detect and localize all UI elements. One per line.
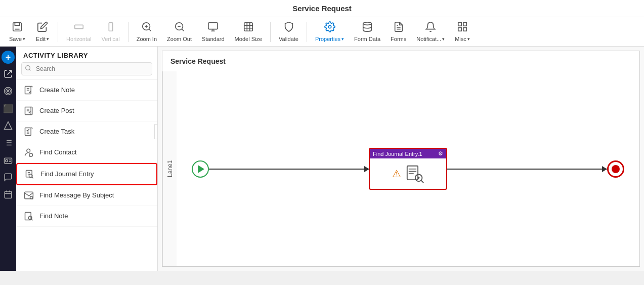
toolbar-validate[interactable]: Validate [275,19,303,44]
zoom-out-label: Zoom Out [167,36,192,42]
misc-icon [457,21,468,35]
save-icon [12,21,23,35]
vertical-icon [105,21,116,35]
sidebar-collapse-button[interactable]: ‹ [154,124,157,139]
activity-node[interactable]: Find Journal Entry.1 ⚙ ⚠ [369,148,447,190]
svg-point-34 [6,159,8,162]
toolbar-misc[interactable]: Misc ▾ [451,19,474,44]
svg-rect-19 [463,23,466,26]
toolbar-save[interactable]: Save ▾ [5,19,29,44]
rail-add[interactable]: + [2,51,15,64]
model-size-icon [243,21,254,35]
svg-line-60 [32,177,33,179]
svg-rect-0 [13,23,22,31]
horizontal-icon [73,21,84,35]
title-bar: Service Request [0,0,644,17]
zoom-out-icon [174,21,185,35]
sidebar-item-find-note[interactable]: Find Note [16,206,157,227]
save-chevron: ▾ [23,36,25,42]
toolbar-sep-4 [307,22,307,42]
toolbar-zoom-in[interactable]: Zoom In [133,19,161,44]
sidebar-header: Activity Library [16,47,157,62]
sidebar-item-create-task[interactable]: Create Task ‹ [16,121,157,142]
create-task-icon [23,126,34,137]
validate-label: Validate [279,36,298,42]
canvas-label: Service Request [170,57,226,65]
svg-rect-1 [75,25,83,28]
forms-icon [393,21,404,35]
end-node[interactable] [607,160,624,178]
toolbar-forms[interactable]: Forms [387,19,410,44]
misc-chevron: ▾ [467,36,470,42]
svg-rect-18 [458,23,461,26]
toolbar-notifications[interactable]: Notificat... ▾ [412,19,449,44]
rail-office[interactable]: ⬛ [1,101,15,115]
page-title: Service Request [292,4,352,13]
rail-drive[interactable] [1,118,15,133]
lane: Lane1 Find Journal Entry.1 ⚙ [162,71,639,266]
canvas-inner: Service Request Lane1 Find Journal Entr [162,51,640,267]
sidebar-item-find-contact[interactable]: Find Contact [16,142,157,163]
settings-icon[interactable]: ⚙ [438,150,443,157]
sidebar-search-container [21,62,152,75]
find-note-icon [23,211,34,222]
flow-arrow-2 [447,169,607,170]
rail-calendar[interactable] [1,187,15,201]
sidebar-search-icon [25,65,31,73]
toolbar-form-data[interactable]: Form Data [350,19,384,44]
activity-node-header: Find Journal Entry.1 ⚙ [370,149,446,158]
svg-rect-68 [407,166,417,180]
notifications-label: Notificat... [416,36,441,42]
create-post-label: Create Post [39,107,74,115]
rail-exchange[interactable] [1,67,15,81]
svg-line-8 [182,29,184,31]
forms-label: Forms [391,36,406,42]
create-post-icon [23,105,34,116]
rail-chat[interactable] [1,170,15,184]
rail-target[interactable] [1,84,15,98]
create-task-label: Create Task [39,128,74,136]
lane-label: Lane1 [162,71,177,266]
sidebar: Activity Library Create Note [16,47,158,271]
svg-rect-13 [244,23,253,31]
svg-line-67 [31,219,33,221]
toolbar-sep-1 [58,22,58,42]
svg-rect-2 [109,23,112,31]
toolbar-properties[interactable]: Properties ▾ [311,19,348,44]
search-input[interactable] [21,62,152,75]
model-size-label: Model Size [235,36,262,42]
edit-chevron: ▾ [47,36,49,42]
toolbar-horizontal[interactable]: Horizontal [62,19,96,44]
find-contact-icon [23,147,34,158]
toolbar-standard[interactable]: Standard [198,19,229,44]
edit-icon [37,21,48,35]
svg-point-15 [363,22,372,25]
toolbar-zoom-out[interactable]: Zoom Out [163,19,196,44]
toolbar-edit[interactable]: Edit ▾ [31,19,54,44]
svg-line-42 [29,69,30,70]
sidebar-item-create-post[interactable]: Create Post [16,101,157,121]
properties-chevron: ▾ [341,36,344,42]
sidebar-item-find-message[interactable]: Find Message By Subject [16,185,157,206]
properties-icon [324,21,335,35]
sidebar-item-create-note[interactable]: Create Note [16,80,157,101]
rail-id-card[interactable] [1,153,15,167]
activity-node-title: Find Journal Entry.1 [373,151,422,157]
form-data-icon [362,21,373,35]
find-journal-entry-icon [24,169,35,180]
start-node[interactable] [192,160,209,178]
toolbar-vertical[interactable]: Vertical [98,19,124,44]
create-note-label: Create Note [39,86,75,95]
svg-rect-21 [463,28,466,31]
zoom-in-icon [141,21,152,35]
toolbar: Save ▾ Edit ▾ Horizontal Verti [0,17,644,47]
svg-marker-26 [5,122,12,130]
icon-rail: + ⬛ [0,47,16,271]
edit-label: Edit [36,36,46,42]
svg-point-63 [30,196,33,199]
rail-list[interactable] [1,136,15,150]
svg-line-4 [149,29,151,31]
sidebar-item-find-journal-entry[interactable]: Find Journal Entry [16,163,157,185]
toolbar-model-size[interactable]: Model Size [231,19,266,44]
horizontal-label: Horizontal [66,36,92,42]
